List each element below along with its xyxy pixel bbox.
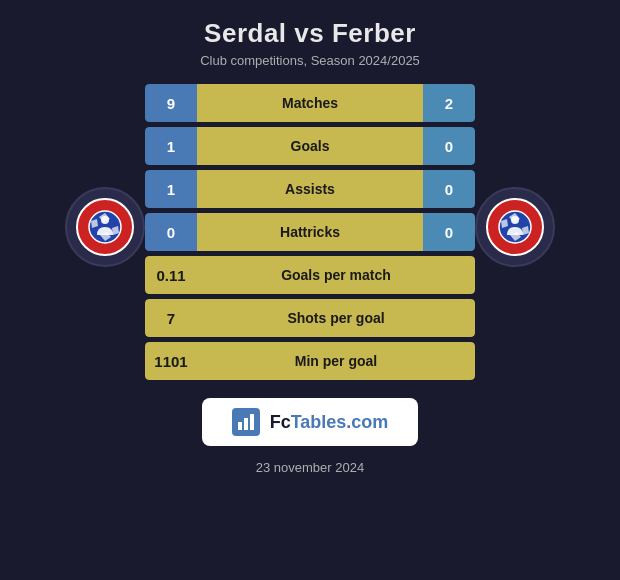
stat-row: 9 Matches 2: [145, 84, 475, 122]
stat-row: 0.11 Goals per match: [145, 256, 475, 294]
stat-label: Matches: [197, 84, 423, 122]
footer-date: 23 november 2024: [256, 460, 364, 475]
page-subtitle: Club competitions, Season 2024/2025: [200, 53, 420, 68]
right-logo-area: [475, 197, 555, 267]
svg-rect-15: [244, 418, 248, 430]
right-team-logo: [475, 187, 555, 267]
svg-rect-14: [238, 422, 242, 430]
page-title: Serdal vs Ferber: [204, 18, 416, 49]
fctables-text: FcTables.com: [270, 412, 389, 433]
stat-value-left: 0: [145, 213, 197, 251]
stat-value-left: 9: [145, 84, 197, 122]
stat-value-left: 7: [145, 299, 197, 337]
stat-value-right: 0: [423, 127, 475, 165]
svg-point-13: [511, 216, 519, 224]
stat-value-left: 1101: [145, 342, 197, 380]
stat-row: 1 Assists 0: [145, 170, 475, 208]
stat-row: 7 Shots per goal: [145, 299, 475, 337]
stat-value-left: 1: [145, 127, 197, 165]
page-wrapper: Serdal vs Ferber Club competitions, Seas…: [0, 0, 620, 580]
left-team-logo: [65, 187, 145, 267]
stat-label: Shots per goal: [197, 299, 475, 337]
stat-label: Min per goal: [197, 342, 475, 380]
svg-rect-16: [250, 414, 254, 430]
svg-point-6: [101, 216, 109, 224]
stat-value-right: 0: [423, 213, 475, 251]
stats-outer: 9 Matches 2 1 Goals 0 1 Assists 0 0 Hatt…: [65, 84, 555, 380]
rows-container: 9 Matches 2 1 Goals 0 1 Assists 0 0 Hatt…: [145, 84, 475, 380]
stat-label: Hattricks: [197, 213, 423, 251]
stat-value-right: 2: [423, 84, 475, 122]
stat-label: Assists: [197, 170, 423, 208]
stat-row: 1 Goals 0: [145, 127, 475, 165]
stat-row: 1101 Min per goal: [145, 342, 475, 380]
stat-value-right: 0: [423, 170, 475, 208]
stat-value-left: 0.11: [145, 256, 197, 294]
fctables-box: FcTables.com: [202, 398, 419, 446]
stat-row: 0 Hattricks 0: [145, 213, 475, 251]
stat-label: Goals: [197, 127, 423, 165]
left-logo-area: [65, 197, 145, 267]
stat-value-left: 1: [145, 170, 197, 208]
stat-label: Goals per match: [197, 256, 475, 294]
fctables-icon: [232, 408, 260, 436]
